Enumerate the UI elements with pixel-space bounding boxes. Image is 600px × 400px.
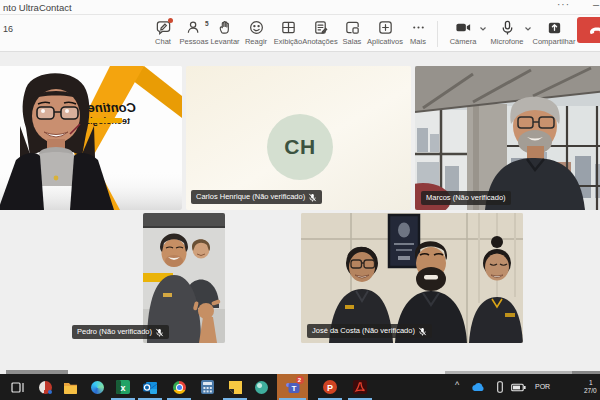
- apps-plus-icon: [377, 19, 394, 36]
- edge-icon: [91, 381, 104, 394]
- people-icon: 5: [186, 19, 203, 36]
- more-button[interactable]: Mais: [395, 19, 441, 46]
- excel-icon: x: [116, 380, 130, 394]
- more-ellipsis-icon: [410, 19, 427, 36]
- svg-text:T: T: [291, 384, 296, 393]
- jose-name-label: José da Costa (Não verificado): [307, 324, 432, 338]
- sticky-notes-icon: [229, 381, 242, 394]
- outlook-button[interactable]: [142, 379, 158, 395]
- meeting-timer: 16: [3, 24, 13, 34]
- powerpoint-icon: P: [323, 380, 337, 394]
- powerpoint-button[interactable]: P: [322, 379, 338, 395]
- video-tile-pedro[interactable]: Pedro (Não verificado): [66, 213, 292, 343]
- share-screen-icon: [546, 19, 563, 36]
- battery-icon: [511, 383, 526, 392]
- meeting-toolbar: 16 Chat 5 Pessoas: [0, 15, 600, 52]
- window-minimize-button[interactable]: –: [593, 0, 599, 10]
- video-tile-jose-da-costa[interactable]: José da Costa (Não verificado): [301, 213, 523, 343]
- acrobat-button[interactable]: [352, 379, 368, 395]
- raise-hand-icon: [217, 19, 234, 36]
- video-tile-participant-1[interactable]: Continental tecnologia: [0, 66, 182, 210]
- outlook-icon: [143, 381, 158, 394]
- notes-icon: [312, 19, 329, 36]
- video-tile-carlos-henrique[interactable]: CH Carlos Henrique (Não verificado): [186, 66, 411, 210]
- battery-tray[interactable]: [510, 379, 526, 395]
- pedro-name-label: Pedro (Não verificado): [72, 325, 169, 339]
- task-view-icon: [11, 381, 25, 394]
- task-view-button[interactable]: [10, 379, 26, 395]
- participant-1-video: Continental tecnologia: [0, 66, 182, 210]
- hangup-phone-icon: [588, 24, 600, 36]
- microphone-icon: [499, 19, 516, 36]
- leave-call-button[interactable]: [577, 17, 600, 43]
- gallery-view-icon: [280, 19, 297, 36]
- phone-icon: [497, 381, 503, 393]
- marcos-name-label: Marcos (Não verificado): [421, 191, 511, 205]
- mic-muted-icon: [155, 328, 164, 337]
- microphone-button[interactable]: Microfone: [485, 19, 529, 46]
- clock-tray[interactable]: 1 27/0: [584, 379, 600, 395]
- marcos-video: [415, 66, 600, 210]
- onedrive-cloud-icon: [471, 382, 485, 392]
- react-smiley-icon: [248, 19, 265, 36]
- globe-app-button[interactable]: [253, 379, 269, 395]
- onedrive-tray[interactable]: [470, 379, 486, 395]
- window-more-button[interactable]: ···: [557, 0, 570, 10]
- file-explorer-button[interactable]: [62, 379, 78, 395]
- carlos-avatar: CH: [267, 114, 333, 180]
- excel-button[interactable]: x: [115, 379, 131, 395]
- svg-text:x: x: [120, 383, 125, 393]
- calculator-icon: [201, 380, 214, 394]
- video-tile-marcos[interactable]: Marcos (Não verificado): [415, 66, 600, 210]
- svg-text:P: P: [327, 383, 333, 393]
- chrome-icon: [173, 381, 186, 394]
- teams-meeting-window: nto UltraContact ··· – 16 Chat: [0, 0, 600, 400]
- language-indicator[interactable]: POR: [535, 383, 550, 390]
- device-tray[interactable]: [492, 379, 508, 395]
- breakout-rooms-icon: [344, 19, 361, 36]
- taskbar-app-red[interactable]: [37, 379, 53, 395]
- title-bar: nto UltraContact ··· –: [0, 0, 600, 15]
- tray-time: 1: [584, 379, 600, 387]
- folder-icon: [63, 381, 78, 394]
- camera-icon: [455, 19, 472, 36]
- globe-icon: [255, 381, 268, 394]
- carlos-name-label: Carlos Henrique (Não verificado): [191, 190, 322, 204]
- calculator-button[interactable]: [199, 379, 215, 395]
- mic-muted-icon: [308, 193, 317, 202]
- pedro-video: [143, 213, 225, 343]
- teams-notification-badge: 2: [296, 376, 304, 384]
- share-button[interactable]: Compartilhar: [531, 19, 577, 46]
- mic-muted-icon: [418, 327, 427, 336]
- chrome-button[interactable]: [171, 379, 187, 395]
- tray-expand-chevron[interactable]: ^: [455, 380, 459, 390]
- edge-button[interactable]: [89, 379, 105, 395]
- toolbar-divider: [437, 21, 438, 47]
- red-app-icon: [39, 381, 52, 394]
- tray-date: 27/0: [584, 387, 600, 395]
- windows-taskbar: x: [0, 374, 600, 400]
- window-title: nto UltraContact: [3, 2, 72, 13]
- acrobat-icon: [353, 380, 367, 394]
- teams-button[interactable]: T 2: [284, 379, 300, 395]
- chat-icon: [155, 19, 172, 36]
- sticky-notes-button[interactable]: [227, 379, 243, 395]
- teams-icon: T 2: [285, 380, 300, 395]
